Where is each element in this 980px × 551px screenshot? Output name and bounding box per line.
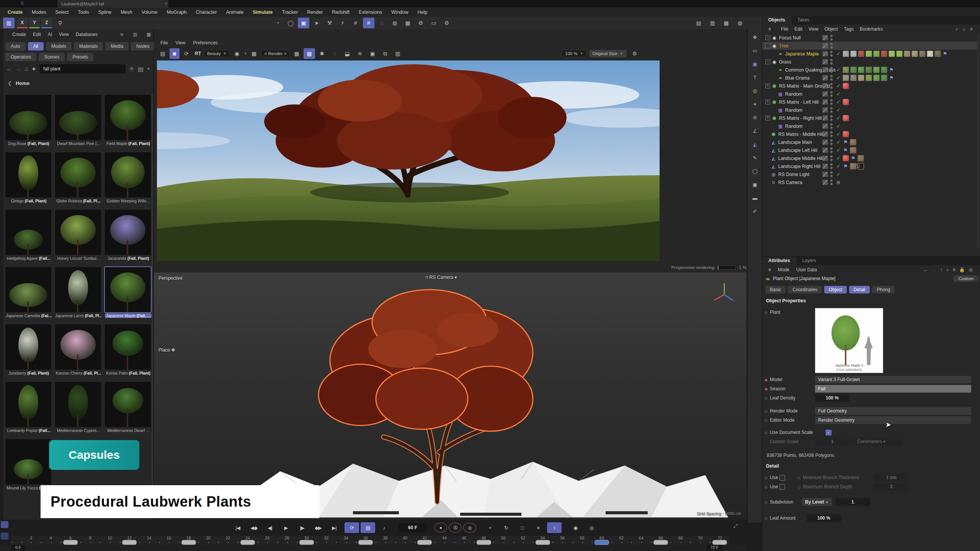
visibility-dots[interactable]: [830, 163, 833, 169]
breadcrumb-home[interactable]: Home: [16, 80, 29, 86]
visibility-dots[interactable]: [830, 171, 833, 177]
menu-item-help[interactable]: Help: [414, 9, 431, 16]
attr-nav-icon-3[interactable]: ⌕: [945, 267, 951, 272]
axis-lock-y[interactable]: Y: [29, 18, 40, 28]
material-chip[interactable]: [850, 139, 856, 145]
asset-item-mound-lily-yucca[interactable]: Mound Lily Yucca (Fall...: [5, 439, 52, 490]
asset-item-japanese-camellia[interactable]: Japanese Camellia (Fal...: [5, 267, 52, 318]
asset-item-kentia-palm[interactable]: Kentia Palm (Fall, Plant): [105, 324, 152, 375]
expander-icon[interactable]: -: [765, 43, 770, 48]
modes-gear-icon[interactable]: ⚙: [415, 18, 426, 28]
forward-icon[interactable]: →: [15, 65, 21, 72]
menu-item-select[interactable]: Select: [51, 9, 72, 16]
sound-button[interactable]: ♪: [377, 522, 391, 533]
display-flag-icon[interactable]: ⚑: [843, 163, 848, 169]
capsule-a-icon[interactable]: ▭: [428, 18, 439, 28]
restart-render-icon[interactable]: ⟳: [181, 48, 192, 59]
dock-tool-icon-9[interactable]: ✎: [750, 153, 760, 163]
material-chip[interactable]: [919, 51, 926, 57]
menu-item-spline[interactable]: Spline: [94, 9, 115, 16]
play-modes-icon[interactable]: ◔: [272, 18, 283, 28]
object-row-rs-dome-light[interactable]: ◎RS Dome Light✓: [762, 170, 977, 178]
asset-item-lombardy-poplar[interactable]: Lombardy Poplar (Fall...: [5, 382, 52, 433]
use-max-checkbox[interactable]: [779, 484, 785, 490]
dock-tool-icon-1[interactable]: ▭: [750, 46, 760, 55]
visibility-dots[interactable]: [830, 83, 833, 89]
visibility-dots[interactable]: [830, 35, 833, 41]
asset-item-jacaranda[interactable]: Jacaranda (Fall, Plant): [105, 210, 152, 261]
interactive-render-icon[interactable]: ▦: [720, 18, 732, 28]
keyframe-marker-72[interactable]: [712, 540, 727, 545]
material-chip[interactable]: [866, 51, 872, 57]
compare-icon[interactable]: ⬓: [341, 48, 353, 59]
visibility-dots[interactable]: [830, 59, 833, 65]
enabled-check-icon[interactable]: ✓: [835, 147, 841, 153]
background-icon[interactable]: ▣: [367, 48, 378, 59]
material-chip[interactable]: [873, 75, 880, 81]
om-hamburger-icon[interactable]: ≡: [765, 26, 774, 33]
enabled-check-icon[interactable]: ✓: [835, 123, 841, 129]
asset-tab-materials[interactable]: Materials: [74, 42, 103, 51]
perspective-viewport[interactable]: Perspective ⌑ RS Camera ▾ Place ✥ Grid S…: [154, 272, 746, 520]
visibility-dots[interactable]: [830, 155, 833, 161]
asset-item-mediterranean-dwarf-[interactable]: Mediterranean Dwarf ...: [105, 382, 152, 433]
visibility-dots[interactable]: [830, 147, 833, 153]
object-row-landscape-right-hill[interactable]: ◭Landscape Right Hill✓⚑: [762, 162, 977, 170]
enabled-check-icon[interactable]: ✓: [835, 99, 841, 105]
clear-search-icon[interactable]: ✕: [129, 66, 135, 72]
asset-item-ginkgo[interactable]: Ginkgo (Fall, Plant): [5, 152, 52, 203]
material-chip[interactable]: [904, 51, 910, 57]
object-row-rs-camera[interactable]: ⌑RS Camera◎: [762, 178, 977, 186]
workplane-icon[interactable]: ▦: [402, 18, 413, 28]
material-chip[interactable]: [889, 51, 895, 57]
custom-scale-unit-dropdown[interactable]: Centimeters ▾: [854, 438, 902, 445]
enabled-check-icon[interactable]: ✓: [835, 171, 841, 177]
enabled-check-icon[interactable]: ✓: [835, 83, 841, 89]
record-scale-button[interactable]: □: [515, 522, 529, 533]
home-icon[interactable]: ⌂: [24, 65, 28, 72]
zoom-dropdown[interactable]: 100 %▼: [562, 50, 587, 57]
om-scrollbar[interactable]: [977, 34, 979, 248]
expander-icon[interactable]: +: [765, 116, 770, 121]
material-chip[interactable]: [858, 75, 864, 81]
visibility-dots[interactable]: [830, 51, 833, 57]
keyframe-marker-48[interactable]: [477, 540, 491, 545]
material-chip[interactable]: [927, 51, 933, 57]
object-row-japanese-maple[interactable]: ❧Japanese Maple✓⚑: [762, 50, 977, 58]
layer-color-icon[interactable]: [823, 180, 828, 185]
loop-playback-button[interactable]: ⟳: [345, 522, 359, 533]
asset-menu-view[interactable]: View: [56, 31, 72, 38]
range-start-field[interactable]: 0 F: [11, 545, 25, 550]
object-row-tree[interactable]: -◉Tree: [762, 42, 977, 50]
dock-tool-icon-4[interactable]: ◍: [750, 86, 760, 96]
collapse-sidebar-icon[interactable]: ❮: [8, 80, 12, 86]
display-flag-icon[interactable]: ⚑: [943, 51, 947, 57]
editor-mode-dropdown[interactable]: Render Geometry: [815, 416, 971, 424]
layout-icon[interactable]: ▥: [3, 18, 15, 28]
display-flag-icon[interactable]: ⚑: [889, 67, 894, 73]
dock-tool-icon-8[interactable]: ◭: [750, 139, 760, 149]
material-chip[interactable]: [911, 51, 918, 57]
object-row-rs-matrix-middle-hill[interactable]: ⬢RS Matrix - Middle Hill✓: [762, 130, 977, 138]
material-chip[interactable]: [881, 51, 887, 57]
snap-grid-icon[interactable]: #: [350, 18, 361, 28]
timeline-expand-icon[interactable]: ⤢: [733, 523, 738, 529]
renderview-menu-preferences[interactable]: Preferences: [189, 39, 221, 46]
dock-tool-icon-13[interactable]: ✐: [750, 206, 760, 216]
coordinate-system-icon[interactable]: ⚲: [54, 18, 66, 28]
material-chip[interactable]: [858, 155, 864, 161]
layer-color-icon[interactable]: [823, 83, 828, 88]
layer-color-icon[interactable]: [823, 132, 828, 137]
asset-menu-ai[interactable]: AI: [44, 31, 56, 38]
use-document-scale-checkbox[interactable]: ✓: [826, 430, 831, 435]
document-tab[interactable]: Laubwerk@Maple3 fall: [57, 0, 168, 8]
favorite-icon[interactable]: ✦: [31, 65, 36, 73]
om-tab-takes[interactable]: Takes: [791, 16, 815, 24]
material-chip[interactable]: [881, 67, 887, 73]
attr-pill-phong[interactable]: Phong: [872, 286, 895, 293]
menu-item-simulate[interactable]: Simulate: [249, 9, 276, 16]
material-chip[interactable]: [934, 51, 941, 57]
region-icon[interactable]: ◌: [329, 48, 340, 59]
expander-icon[interactable]: -: [765, 59, 770, 64]
expander-icon[interactable]: +: [765, 83, 770, 88]
